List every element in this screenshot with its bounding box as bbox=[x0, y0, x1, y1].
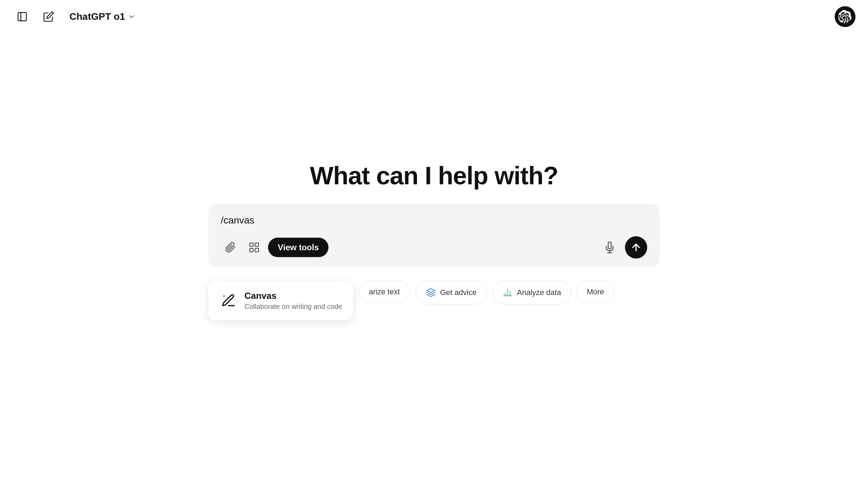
model-selector-button[interactable]: ChatGPT o1 bbox=[65, 8, 140, 25]
chevron-down-icon bbox=[128, 13, 135, 20]
toolbar-right bbox=[600, 236, 647, 259]
graduation-shield-icon bbox=[426, 288, 436, 297]
summarize-text-chip[interactable]: arize text bbox=[359, 281, 410, 303]
chatgpt-logo-icon bbox=[838, 10, 852, 23]
svg-rect-0 bbox=[18, 12, 26, 21]
send-button[interactable] bbox=[625, 236, 647, 259]
svg-rect-4 bbox=[250, 249, 253, 252]
main-content: What can I help with? bbox=[208, 161, 660, 320]
input-container: View tools bbox=[208, 204, 660, 267]
get-advice-chip[interactable]: Get advice bbox=[416, 281, 487, 304]
svg-rect-2 bbox=[250, 243, 253, 246]
canvas-suggestion-card[interactable]: Canvas Collaborate on writing and code bbox=[208, 281, 353, 320]
more-chip[interactable]: More bbox=[577, 281, 614, 303]
canvas-text-group: Canvas Collaborate on writing and code bbox=[244, 291, 342, 311]
paperclip-icon bbox=[225, 242, 236, 253]
model-name-label: ChatGPT o1 bbox=[69, 11, 125, 22]
tools-icon bbox=[248, 242, 260, 253]
page-title: What can I help with? bbox=[310, 161, 558, 190]
suggestions-row: Canvas Collaborate on writing and code a… bbox=[208, 281, 660, 320]
analyze-data-chip[interactable]: Analyze data bbox=[492, 281, 571, 304]
bar-chart-icon bbox=[503, 288, 512, 297]
svg-point-9 bbox=[223, 295, 225, 297]
view-tools-button[interactable]: View tools bbox=[268, 238, 328, 257]
input-toolbar: View tools bbox=[221, 236, 647, 259]
analyze-icon bbox=[502, 287, 513, 298]
svg-rect-3 bbox=[255, 243, 259, 246]
edit-icon bbox=[43, 11, 54, 22]
canvas-card-subtitle: Collaborate on writing and code bbox=[244, 303, 342, 311]
summarize-text-label: arize text bbox=[369, 287, 400, 296]
tools-button[interactable] bbox=[244, 238, 264, 257]
sidebar-icon bbox=[17, 11, 28, 22]
user-avatar-button[interactable] bbox=[835, 6, 856, 27]
toolbar-left: View tools bbox=[221, 238, 328, 257]
microphone-button[interactable] bbox=[600, 238, 619, 257]
canvas-card-title: Canvas bbox=[244, 291, 342, 301]
advice-icon bbox=[426, 287, 436, 298]
more-label: More bbox=[587, 287, 604, 296]
message-input[interactable] bbox=[221, 214, 647, 227]
navbar-left: ChatGPT o1 bbox=[12, 7, 140, 26]
attach-button[interactable] bbox=[221, 238, 240, 257]
microphone-icon bbox=[604, 242, 616, 253]
send-arrow-icon bbox=[631, 242, 642, 253]
canvas-icon bbox=[219, 292, 237, 310]
analyze-data-label: Analyze data bbox=[517, 288, 561, 297]
get-advice-label: Get advice bbox=[440, 288, 477, 297]
svg-rect-5 bbox=[255, 249, 259, 252]
canvas-edit-icon bbox=[221, 293, 236, 308]
navbar: ChatGPT o1 bbox=[0, 0, 868, 33]
sidebar-toggle-button[interactable] bbox=[12, 7, 32, 26]
new-chat-button[interactable] bbox=[39, 7, 58, 26]
